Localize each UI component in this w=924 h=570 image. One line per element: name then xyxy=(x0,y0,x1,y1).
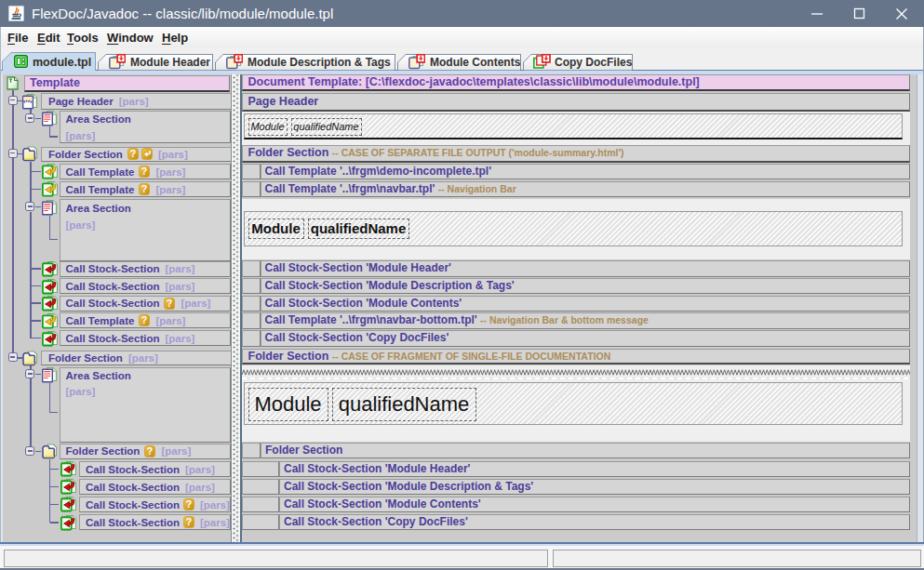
svg-text:?: ? xyxy=(141,166,147,177)
svg-text:?: ? xyxy=(167,298,172,309)
svg-text:?: ? xyxy=(147,445,153,457)
svg-text:?: ? xyxy=(141,183,147,194)
svg-text:?: ? xyxy=(130,148,136,159)
svg-text:?: ? xyxy=(186,498,192,510)
svg-text:?: ? xyxy=(141,314,147,325)
svg-text:?: ? xyxy=(186,516,192,527)
